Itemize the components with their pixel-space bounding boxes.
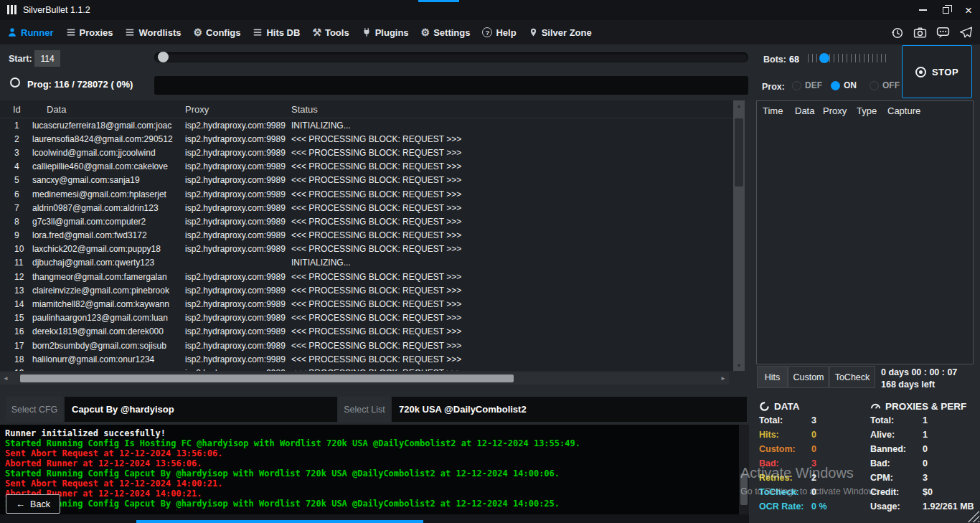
tab-hits[interactable]: Hits <box>757 366 788 388</box>
row-proxy: isp2.hydraproxy.com:9989 <box>185 272 291 282</box>
col-header-proxy: Proxy <box>185 104 291 115</box>
stat-row: OCR Rate: 0 % <box>759 499 868 514</box>
back-arrow-icon: ← <box>16 499 25 509</box>
progress-bar <box>154 76 748 95</box>
nav-item-hits-db[interactable]: Hits DB <box>253 27 300 38</box>
table-row[interactable]: 2 laurensofia8424@gmail.com:290512 isp2.… <box>0 132 733 146</box>
prox-option-def[interactable]: DEF <box>792 80 822 90</box>
row-id: 4 <box>0 161 32 171</box>
scroll-left-arrow[interactable]: ◄ <box>0 372 11 385</box>
nav-item-tools[interactable]: ⚒ Tools <box>312 27 349 38</box>
table-row[interactable]: 8 g7c3ll@gmail.com:computer2 isp2.hydrap… <box>0 215 733 228</box>
maximize-button[interactable] <box>934 0 957 20</box>
back-button[interactable]: ← Back <box>6 494 60 514</box>
table-row[interactable]: 5 sancxy@gmail.com:sanja19 isp2.hydrapro… <box>0 174 733 187</box>
table-row[interactable]: 11 djbuchaj@gmail.com:qwerty123 INITIALI… <box>0 256 733 270</box>
table-row[interactable]: 10 laxchick202@gmail.com:puppy18 isp2.hy… <box>0 242 733 256</box>
stat-row: Total: 1 <box>870 413 979 428</box>
nav-item-silver-zone[interactable]: Silver Zone <box>529 27 592 38</box>
scrollbar-thumb[interactable] <box>20 374 514 382</box>
row-data: calliepillie460@gmail.com:cakelove <box>32 161 185 171</box>
history-icon[interactable] <box>890 26 904 39</box>
row-data: lora.fred@gmail.com:fwd3172 <box>32 230 185 240</box>
table-row[interactable]: 18 halilonurr@gmail.com:onur1234 isp2.hy… <box>0 352 733 366</box>
scroll-down-arrow[interactable]: ▼ <box>733 360 745 371</box>
bots-slider-thumb[interactable] <box>819 53 829 63</box>
nav-item-proxies[interactable]: Proxies <box>66 27 113 38</box>
help-question-icon: ? <box>482 27 492 37</box>
table-row[interactable]: 13 claireinvizzie@gmail.com:pinebrook is… <box>0 283 733 297</box>
nav-item-plugins[interactable]: Plugins <box>362 27 409 38</box>
stat-row: Hits: 0 <box>759 428 868 442</box>
table-vertical-scrollbar[interactable]: ▲ ▼ <box>733 100 745 371</box>
table-row[interactable]: 9 lora.fred@gmail.com:fwd3172 isp2.hydra… <box>0 229 733 242</box>
chat-icon[interactable] <box>936 26 950 39</box>
progress-ring-icon <box>10 77 20 88</box>
bots-count-slider[interactable] <box>808 50 888 66</box>
row-data: medinemesi@gmail.com:hplaserjet <box>32 189 185 199</box>
row-proxy: isp2.hydraproxy.com:9989 <box>185 286 291 296</box>
stat-row: Bad: 3 <box>759 456 868 471</box>
minimize-button[interactable] <box>911 0 934 20</box>
scrollbar-thumb[interactable] <box>740 473 748 505</box>
gear-icon: ⚙ <box>421 27 430 37</box>
selected-wordlist-value: 720k USA @DailyCombolist2 <box>392 397 747 422</box>
table-row[interactable]: 16 derekx1819@gmail.com:derek000 isp2.hy… <box>0 325 733 339</box>
table-row[interactable]: 15 paulinhaargon123@gmail.com:luan isp2.… <box>0 311 733 325</box>
nav-item-settings[interactable]: ⚙ Settings <box>421 27 471 38</box>
scroll-right-arrow[interactable]: ► <box>717 372 729 385</box>
slider-thumb[interactable] <box>158 52 169 62</box>
scrollbar-thumb[interactable] <box>735 118 743 187</box>
close-button[interactable]: × <box>957 0 980 20</box>
nav-item-wordlists[interactable]: Wordlists <box>125 27 181 38</box>
scroll-up-arrow[interactable]: ▲ <box>733 100 745 111</box>
bots-progress-slider[interactable] <box>154 52 748 62</box>
table-row[interactable]: 12 thangmeor@gmail.com:famergalan isp2.h… <box>0 270 733 283</box>
row-id: 14 <box>0 299 32 309</box>
start-input[interactable] <box>34 50 60 67</box>
stat-row: Credit: $0 <box>870 485 979 499</box>
row-status: <<< PROCESSING BLOCK: REQUEST >>> <box>291 299 733 309</box>
radio-dot-icon <box>831 81 840 90</box>
table-row[interactable]: 4 calliepillie460@gmail.com:cakelove isp… <box>0 160 733 174</box>
row-status: <<< PROCESSING BLOCK: REQUEST >>> <box>291 244 733 254</box>
nav-item-help[interactable]: ? Help <box>482 27 516 38</box>
log-vertical-scrollbar[interactable] <box>739 425 749 514</box>
camera-icon[interactable] <box>913 26 927 39</box>
prox-option-off[interactable]: OFF <box>870 80 900 90</box>
row-id: 1 <box>0 121 32 131</box>
table-horizontal-scrollbar[interactable]: ◄ ► <box>0 372 729 385</box>
stop-button[interactable]: STOP <box>902 45 972 98</box>
row-proxy: isp2.hydraproxy.com:9989 <box>185 230 291 240</box>
table-row[interactable]: 7 aldrin0987@gmail.com:aldrin123 isp2.hy… <box>0 201 733 215</box>
stat-row: Custom: 0 <box>759 442 868 456</box>
table-row[interactable]: 3 lcoolwind@gmail.com:jjcoolwind isp2.hy… <box>0 146 733 159</box>
tab-custom[interactable]: Custom <box>788 366 829 388</box>
data-panel-title: DATA <box>759 399 868 413</box>
tab-tocheck[interactable]: ToCheck <box>829 366 875 388</box>
table-row[interactable]: 1 lucascruzferreira18@gmail.com:joac isp… <box>0 118 733 132</box>
nav-item-configs[interactable]: ⚙ Configs <box>193 27 240 38</box>
radio-dot-icon <box>792 81 801 90</box>
table-row[interactable]: 17 born2bsumbdy@gmail.com:sojisub isp2.h… <box>0 339 733 352</box>
row-data: paulinhaargon123@gmail.com:luan <box>32 313 185 323</box>
row-status: <<< PROCESSING BLOCK: REQUEST >>> <box>291 230 733 240</box>
list-icon <box>253 27 263 37</box>
table-row[interactable]: 6 medinemesi@gmail.com:hplaserjet isp2.h… <box>0 187 733 201</box>
prox-option-on[interactable]: ON <box>831 80 857 90</box>
table-row[interactable]: 14 miamitchell82@gmail.com:kaywann isp2.… <box>0 297 733 311</box>
scrollbar-thumb[interactable] <box>136 520 423 523</box>
row-status: <<< PROCESSING BLOCK: REQUEST >>> <box>291 203 733 213</box>
table-row[interactable]: 19 isp2.hydraproxy.com:9989 <<< PROCESSI… <box>0 366 733 371</box>
select-list-button[interactable]: Select List <box>339 397 390 422</box>
list-icon <box>125 27 135 37</box>
row-status: <<< PROCESSING BLOCK: REQUEST >>> <box>291 161 733 171</box>
proxies-panel-title: PROXIES & PERF <box>870 399 979 413</box>
row-data: sancxy@gmail.com:sanja19 <box>32 175 185 185</box>
telegram-send-icon[interactable] <box>959 26 973 39</box>
row-id: 12 <box>0 272 32 282</box>
select-config-button[interactable]: Select CFG <box>6 397 63 422</box>
col-header-data: Data <box>32 104 185 115</box>
row-data: thangmeor@gmail.com:famergalan <box>32 272 185 282</box>
nav-item-runner[interactable]: Runner <box>7 27 54 38</box>
